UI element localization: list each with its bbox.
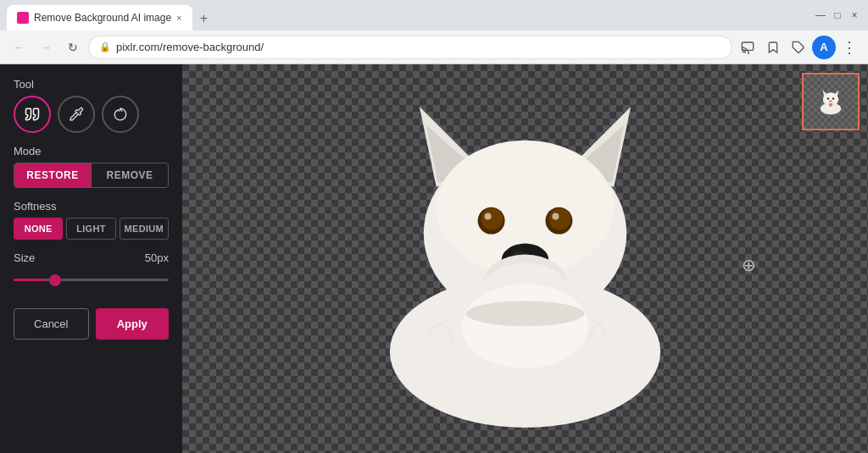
sidebar: Tool: [0, 64, 182, 453]
browser-titlebar: Remove Background AI image × + — □ ×: [0, 0, 868, 30]
bookmark-button[interactable]: [761, 36, 785, 59]
mode-row: RESTORE REMOVE: [14, 163, 169, 188]
minimize-button[interactable]: —: [814, 8, 827, 22]
svg-point-15: [552, 213, 559, 220]
softness-row: NONE LIGHT MEDIUM: [14, 218, 169, 240]
mode-section: Mode RESTORE REMOVE: [14, 145, 169, 188]
menu-button[interactable]: ⋮: [837, 36, 861, 59]
action-buttons-row: Cancel Apply: [14, 308, 169, 340]
maximize-button[interactable]: □: [831, 8, 844, 22]
mode-section-label: Mode: [14, 145, 169, 157]
size-label-row: Size 50px: [14, 251, 169, 264]
apply-button[interactable]: Apply: [96, 308, 170, 340]
tab-close-icon[interactable]: ×: [176, 13, 181, 23]
forward-button[interactable]: →: [34, 36, 58, 59]
svg-point-13: [548, 208, 570, 230]
browser-toolbar: ← → ↻ 🔒 pixlr.com/remove-background/ A ⋮: [0, 30, 868, 64]
checker-background: ⊕: [182, 64, 868, 453]
profile-initial: A: [820, 41, 827, 53]
back-button[interactable]: ←: [7, 36, 31, 59]
url-text: pixlr.com/remove-background/: [116, 41, 721, 53]
light-softness-button[interactable]: LIGHT: [66, 218, 115, 240]
extensions-button[interactable]: [787, 36, 810, 59]
tab-favicon: [17, 12, 29, 24]
active-tab[interactable]: Remove Background AI image ×: [7, 5, 192, 30]
thumbnail-preview: [802, 73, 860, 130]
svg-text:⊕: ⊕: [742, 256, 756, 274]
thumbnail-checker: [804, 75, 858, 129]
dog-image: ⊕: [182, 64, 868, 453]
brush-tool-button[interactable]: [14, 96, 51, 133]
svg-point-32: [832, 97, 834, 99]
svg-point-14: [485, 213, 492, 220]
profile-button[interactable]: A: [812, 36, 836, 59]
lock-icon: 🔒: [99, 41, 111, 52]
canvas-area[interactable]: ⊕: [182, 64, 868, 453]
remove-mode-button[interactable]: REMOVE: [91, 163, 168, 187]
new-tab-button[interactable]: +: [192, 7, 216, 30]
toolbar-actions: A ⋮: [736, 36, 861, 59]
svg-point-31: [827, 97, 829, 99]
window-controls: — □ ×: [814, 8, 861, 22]
medium-softness-button[interactable]: MEDIUM: [120, 218, 169, 240]
softness-section-label: Softness: [14, 200, 169, 213]
close-button[interactable]: ×: [848, 8, 861, 22]
app-container: Tool: [0, 64, 868, 453]
none-softness-button[interactable]: NONE: [14, 218, 63, 240]
eyedropper-tool-button[interactable]: [58, 96, 95, 133]
thumbnail-dog: [805, 76, 856, 127]
browser-tabs: Remove Background AI image × +: [7, 0, 216, 30]
size-value-display: 50px: [145, 251, 169, 264]
lasso-tool-button[interactable]: [102, 96, 139, 133]
cancel-button[interactable]: Cancel: [14, 308, 89, 340]
size-slider[interactable]: [14, 279, 169, 281]
size-label: Size: [14, 251, 35, 264]
svg-point-23: [466, 301, 585, 326]
reload-button[interactable]: ↻: [61, 36, 85, 59]
tools-row: [14, 96, 169, 133]
tool-section-label: Tool: [14, 78, 169, 91]
tool-section: Tool: [14, 78, 169, 133]
restore-mode-button[interactable]: RESTORE: [14, 163, 91, 187]
svg-point-12: [481, 208, 504, 230]
cast-button[interactable]: [736, 36, 760, 59]
softness-section: Softness NONE LIGHT MEDIUM: [14, 200, 169, 240]
size-section: Size 50px: [14, 251, 169, 290]
browser-chrome: Remove Background AI image × + — □ × ← →…: [0, 0, 868, 64]
address-bar[interactable]: 🔒 pixlr.com/remove-background/: [88, 36, 732, 59]
slider-container: [14, 264, 169, 290]
tab-title: Remove Background AI image: [34, 12, 171, 24]
svg-rect-0: [742, 42, 753, 50]
